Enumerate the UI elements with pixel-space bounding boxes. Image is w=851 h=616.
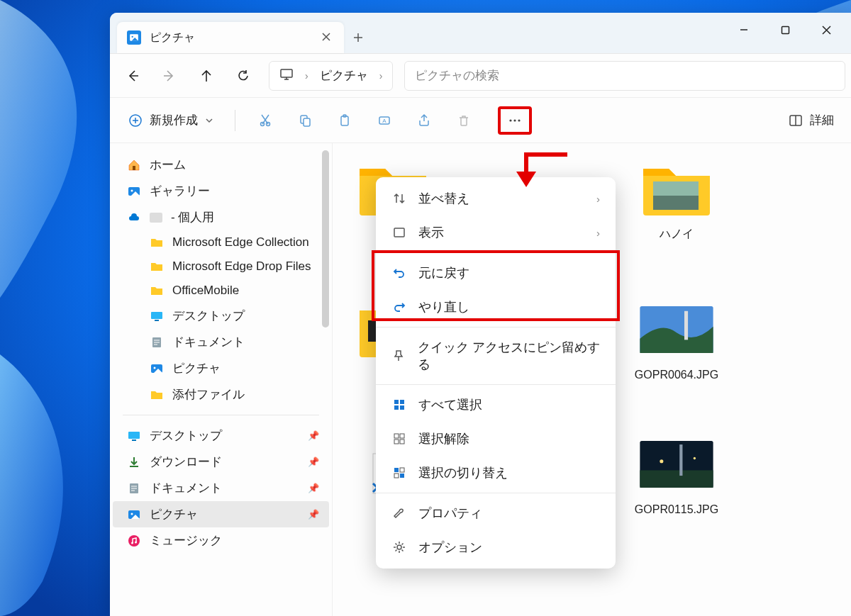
sidebar-quick-documents[interactable]: ドキュメント📌: [113, 475, 329, 501]
svg-point-30: [131, 513, 133, 515]
tab-close-button[interactable]: [317, 26, 335, 50]
view-icon: [391, 226, 407, 239]
sidebar-folder[interactable]: Microsoft Edge Collection: [113, 230, 329, 254]
svg-rect-39: [684, 311, 688, 340]
svg-rect-4: [281, 69, 292, 77]
svg-rect-51: [400, 434, 404, 438]
svg-rect-48: [394, 405, 399, 410]
folder-icon: [150, 259, 164, 274]
tab-pictures[interactable]: ピクチャ: [117, 22, 344, 53]
view-details-button[interactable]: 詳細: [782, 106, 841, 134]
pin-icon: 📌: [308, 509, 319, 520]
new-tab-button[interactable]: [344, 22, 372, 53]
sidebar-quick-downloads[interactable]: ダウンロード📌: [113, 449, 329, 475]
more-menu: 並べ替え› 表示› 元に戻す やり直し クイック アクセスにピン留めする すべて…: [376, 177, 616, 569]
svg-point-44: [694, 457, 696, 459]
breadcrumb[interactable]: › ピクチャ ›: [269, 61, 393, 91]
paste-button[interactable]: [328, 106, 362, 135]
svg-point-25: [154, 366, 156, 369]
refresh-button[interactable]: [226, 59, 260, 93]
sort-icon: [391, 192, 407, 205]
menu-pin-quickaccess[interactable]: クイック アクセスにピン留めする: [376, 330, 616, 381]
sidebar-folder[interactable]: Microsoft Edge Drop Files: [113, 254, 329, 279]
sidebar-folder[interactable]: 添付ファイル: [113, 381, 329, 408]
svg-point-43: [660, 459, 663, 463]
chevron-right-icon: ›: [596, 227, 600, 239]
svg-rect-41: [640, 470, 713, 488]
wrench-icon: [391, 507, 407, 520]
svg-rect-37: [653, 196, 699, 210]
menu-sort[interactable]: 並べ替え›: [376, 181, 616, 215]
menu-view[interactable]: 表示›: [376, 215, 616, 250]
sidebar-documents[interactable]: ドキュメント: [113, 329, 329, 355]
pictures-icon: [127, 508, 141, 522]
scrollbar-thumb[interactable]: [322, 150, 329, 327]
svg-point-20: [131, 189, 133, 191]
navigation-pane: ホーム ギャラリー - 個人用 Microsoft Edge Collectio…: [110, 143, 333, 616]
folder-icon: [150, 235, 164, 250]
svg-rect-10: [341, 116, 348, 125]
more-button[interactable]: [498, 106, 532, 135]
folder-icon: [150, 388, 164, 402]
sidebar-quick-desktop[interactable]: デスクトップ📌: [113, 422, 329, 449]
toolbar: 新規作成 A 詳細: [110, 98, 851, 143]
sidebar-quick-pictures[interactable]: ピクチャ📌: [113, 501, 329, 527]
sidebar-gallery[interactable]: ギャラリー: [113, 178, 329, 204]
menu-undo[interactable]: 元に戻す: [376, 256, 616, 290]
pin-icon: [391, 349, 406, 362]
minimize-button[interactable]: [723, 16, 764, 44]
menu-properties[interactable]: プロパティ: [376, 496, 616, 530]
sidebar-folder[interactable]: OfficeMobile: [113, 279, 329, 303]
monitor-icon: [279, 67, 294, 84]
cut-button[interactable]: [248, 106, 282, 135]
svg-rect-3: [782, 26, 789, 33]
svg-rect-49: [400, 405, 404, 410]
sidebar-onedrive[interactable]: - 個人用: [113, 204, 329, 230]
chevron-down-icon: [205, 116, 213, 125]
sidebar-desktop[interactable]: デスクトップ: [113, 303, 329, 329]
delete-button[interactable]: [447, 106, 481, 135]
menu-options[interactable]: オプション: [376, 530, 616, 564]
forward-button[interactable]: [152, 59, 187, 93]
share-button[interactable]: [407, 106, 441, 135]
sidebar-quick-music[interactable]: ミュージック: [113, 527, 329, 554]
svg-rect-56: [394, 474, 399, 478]
up-button[interactable]: [189, 59, 223, 93]
select-all-icon: [391, 398, 407, 411]
file-item[interactable]: GOPR0064.JPG: [630, 298, 723, 381]
search-placeholder: ピクチャの検索: [415, 67, 499, 84]
rename-button[interactable]: A: [367, 106, 401, 135]
document-icon: [127, 481, 141, 495]
svg-rect-27: [132, 439, 136, 441]
sidebar-pictures[interactable]: ピクチャ: [113, 355, 329, 381]
copy-button[interactable]: [288, 106, 322, 135]
svg-rect-52: [394, 439, 399, 444]
select-invert-icon: [391, 466, 407, 479]
svg-point-31: [128, 535, 140, 547]
maximize-button[interactable]: [764, 16, 806, 44]
svg-point-33: [135, 541, 137, 543]
music-icon: [127, 534, 141, 548]
svg-point-2: [132, 36, 133, 38]
close-window-button[interactable]: [806, 16, 847, 44]
menu-select-all[interactable]: すべて選択: [376, 388, 616, 422]
breadcrumb-item[interactable]: ピクチャ: [320, 67, 368, 84]
search-input[interactable]: ピクチャの検索: [404, 61, 845, 91]
menu-redo[interactable]: やり直し: [376, 290, 616, 324]
back-button[interactable]: [116, 59, 150, 93]
svg-rect-21: [151, 312, 162, 319]
menu-select-invert[interactable]: 選択の切り替え: [376, 456, 616, 490]
titlebar: ピクチャ: [110, 13, 851, 54]
pictures-icon: [150, 362, 164, 376]
svg-rect-46: [394, 400, 399, 404]
folder-item[interactable]: ハノイ: [630, 156, 723, 242]
navbar: › ピクチャ › ピクチャの検索: [110, 54, 851, 98]
desktop-icon: [127, 429, 141, 443]
menu-select-none[interactable]: 選択解除: [376, 422, 616, 456]
redo-icon: [391, 301, 407, 313]
svg-rect-55: [400, 468, 404, 472]
file-item[interactable]: GOPR0115.JPG: [630, 432, 723, 516]
svg-rect-53: [400, 439, 404, 444]
new-button[interactable]: 新規作成: [120, 106, 222, 134]
sidebar-home[interactable]: ホーム: [113, 152, 329, 178]
